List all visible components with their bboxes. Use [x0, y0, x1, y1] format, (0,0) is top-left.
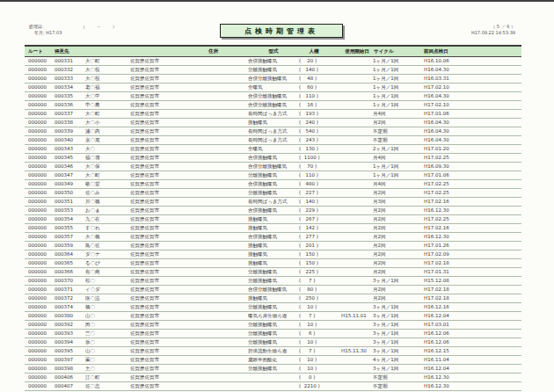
cell-customer-name: 大〇町 [85, 109, 130, 118]
cell-model: 全曝気 [248, 83, 299, 91]
cell-route: 000000 [25, 338, 55, 346]
cell-customer-name: 医〇法 [85, 294, 130, 302]
cell-model: 曝気ろ床生物ろ過 [248, 311, 299, 320]
cell-address: 佐賀県佐賀市 [130, 285, 248, 294]
report-meta-right: （ 5 ／ 6 ） H17.09.22 14:53:39 [471, 24, 515, 35]
cell-address: 佐賀県佐賀市 [130, 153, 248, 162]
table-row: 000000 000364 ダ〇ナ 佐賀県佐賀市 接触曝気 ( 150 ) 月2… [25, 250, 521, 258]
cell-customer-code: 000355 [55, 223, 85, 232]
cell-start-date [341, 56, 373, 65]
cell-last-inspection: H16.12.04 [420, 311, 521, 320]
cell-capacity: ( 1100 ) [299, 153, 341, 162]
cell-cycle: 3ヶ月／1回 [373, 311, 420, 320]
cell-route: 000000 [25, 267, 55, 276]
cell-model: 長時間ばっき方式 [248, 135, 299, 144]
cell-model: 合併接触曝気 [248, 179, 299, 188]
table-row: 000000 000347 大〇町 佐賀県佐賀市 分離接触曝気 ( 110 ) … [25, 171, 521, 179]
cell-customer-name: 大〇橋 [85, 232, 130, 241]
table-row: 000000 000392 田〇 佐賀県佐賀市 分離接触曝気 ( 10 ) 3ヶ… [25, 320, 521, 329]
cell-cycle: 月2回 [373, 206, 420, 214]
processing-date-range: （ ～ ） [81, 24, 120, 29]
cell-cycle: 月3回 [373, 197, 420, 206]
cell-cycle: 3ヶ月／1回 [373, 329, 420, 338]
cell-customer-code: 000338 [55, 118, 85, 127]
cell-customer-name: 三〇 [85, 329, 130, 338]
cell-route: 000000 [25, 83, 55, 91]
cell-address: 佐賀県佐賀市 [130, 65, 248, 74]
cell-customer-name: 老〇福 [85, 83, 130, 91]
cell-model: 分離接触曝気 [248, 65, 299, 74]
cell-last-inspection: H16.12.30 [420, 232, 521, 241]
cell-customer-name: 山〇 [85, 311, 130, 320]
cell-last-inspection: H17.02.25 [420, 179, 521, 188]
cell-route: 000000 [25, 302, 55, 311]
cell-address: 佐賀県佐賀市 [130, 276, 248, 285]
cell-customer-name: 川〇橋 [85, 197, 130, 206]
cell-route: 000000 [25, 250, 55, 258]
cell-last-inspection: H16.12.15 [420, 346, 521, 355]
cell-last-inspection: H16.04.30 [420, 127, 521, 135]
cell-route: 000000 [25, 373, 55, 381]
cell-address: 佐賀県佐賀市 [130, 179, 248, 188]
cell-customer-code: 000345 [55, 153, 85, 162]
cell-address: 佐賀県佐賀市 [130, 241, 248, 250]
cell-model: 合併接触曝気 [248, 232, 299, 241]
cell-capacity: ( 150 ) [299, 250, 341, 258]
cell-start-date [341, 197, 373, 206]
print-timestamp: H17.09.22 14:53:39 [471, 30, 515, 36]
cell-start-date [341, 276, 373, 285]
cell-capacity: ( 7 ) [299, 311, 341, 320]
cell-capacity: ( 250 ) [299, 294, 341, 302]
cell-route: 000000 [25, 364, 55, 373]
cell-customer-code: 000364 [55, 250, 85, 258]
cell-last-inspection: H16.12.06 [420, 329, 521, 338]
cell-address: 佐賀県佐賀市 [130, 135, 248, 144]
cell-cycle: 1ヶ月／1回 [373, 65, 420, 74]
table-row: 000000 000398 土〇 佐賀県佐賀市 分離接触曝気 ( 10 ) 3ヶ… [25, 364, 521, 373]
cell-customer-code: 000372 [55, 294, 85, 302]
cell-start-date [341, 223, 373, 232]
cell-model: 合併接触曝気 [248, 153, 299, 162]
cell-route: 000000 [25, 153, 55, 162]
cell-cycle: 1ヶ月／1回 [373, 171, 420, 179]
cell-route: 000000 [25, 206, 55, 214]
cell-address: 佐賀県佐賀市 [130, 100, 248, 109]
cell-model: 接触曝気 [248, 214, 299, 223]
cell-customer-name: 有〇商 [85, 267, 130, 276]
cell-last-inspection: H17.02.25 [420, 214, 521, 223]
table-row: 000000 000338 大〇小 佐賀県佐賀市 接触曝気 ( 240 ) 月2… [25, 118, 521, 127]
cell-last-inspection: H17.02.25 [420, 153, 521, 162]
cell-customer-code: 000365 [55, 258, 85, 267]
cell-last-inspection: H17.03.01 [420, 320, 521, 329]
cell-capacity: ( 201 ) [299, 241, 341, 250]
cell-route: 000000 [25, 74, 55, 83]
cell-address: 佐賀県佐賀市 [130, 320, 248, 329]
cell-route: 000000 [25, 381, 55, 390]
cell-address: 佐賀県佐賀市 [130, 223, 248, 232]
cell-customer-code: 000359 [55, 241, 85, 250]
cell-cycle: 月4回 [373, 179, 420, 188]
table-row: 000000 000395 山〇 佐賀県佐賀市 担体流動生物ろ過 ( 7 ) H… [25, 346, 521, 355]
cell-model: 接触曝気 [248, 294, 299, 302]
cell-capacity: ( 243 ) [299, 135, 341, 144]
cell-address: 佐賀県佐賀市 [130, 355, 248, 364]
cell-last-inspection: H16.03.31 [420, 74, 521, 83]
cell-start-date [341, 171, 373, 179]
cell-customer-code: 000349 [55, 179, 85, 188]
cell-route: 000000 [25, 109, 55, 118]
cell-capacity: ( 267 ) [299, 214, 341, 223]
cell-cycle: 月4回 [373, 153, 420, 162]
table-row: 000000 000371 イ〇ダ 佐賀県佐賀市 合併分離接触曝気 ( 80 )… [25, 285, 521, 294]
cell-last-inspection: H17.02.16 [420, 223, 521, 232]
table-row: 000000 000365 る〇び 佐賀県佐賀市 接触曝気 ( 150 ) 月2… [25, 258, 521, 267]
cell-capacity: ( 10 ) [299, 320, 341, 329]
cell-start-date [341, 65, 373, 74]
cell-start-date [341, 232, 373, 241]
cell-customer-code: 000340 [55, 135, 85, 144]
cell-model: 分離接触曝気 [248, 267, 299, 276]
page-title: 点検時期管理表 [244, 26, 318, 36]
cell-address: 佐賀県佐賀市 [130, 267, 248, 276]
cell-model: 分離接触曝気 [248, 276, 299, 285]
cell-address: 佐賀県佐賀市 [130, 258, 248, 267]
cell-customer-code: 000346 [55, 162, 85, 171]
